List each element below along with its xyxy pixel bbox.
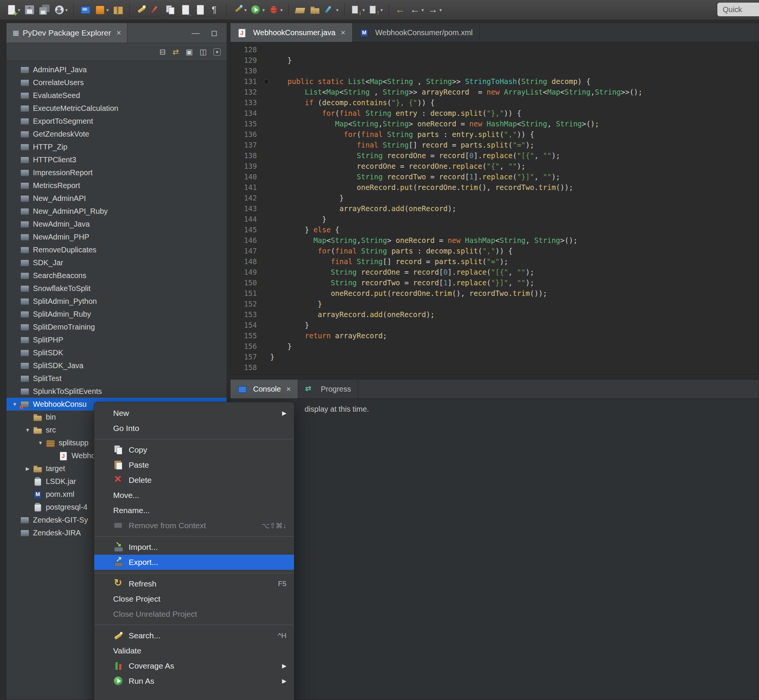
tree-item-sdk-jar[interactable]: SDK_Jar: [6, 256, 226, 269]
last-edit-location-icon[interactable]: [394, 3, 407, 16]
menu-item-close-project[interactable]: Close Project: [94, 591, 294, 606]
code-area[interactable]: 128129 }130131 public static List<Map<St…: [230, 42, 759, 374]
menu-item-close-unrelated-project[interactable]: Close Unrelated Project: [94, 606, 294, 622]
explorer-view-tab[interactable]: ▦ PyDev Package Explorer ×: [6, 23, 128, 43]
tree-item-splittest[interactable]: SplitTest: [6, 372, 226, 385]
tree-item-removeduplicates[interactable]: RemoveDuplicates: [6, 243, 226, 256]
line-number: 142: [230, 192, 262, 203]
show-whitespace-icon[interactable]: [208, 3, 222, 16]
back-icon[interactable]: ▾: [408, 3, 425, 16]
tree-item-executemetriccalculation[interactable]: ExecuteMetricCalculation: [6, 102, 226, 115]
tree-item-impressionreport[interactable]: ImpressionReport: [6, 166, 226, 179]
package-wizard-icon[interactable]: [111, 3, 125, 16]
menu-item-refresh[interactable]: RefreshF5: [94, 576, 294, 591]
tree-item-splitadmin-python[interactable]: SplitAdmin_Python: [6, 295, 226, 308]
tree-item-exporttosegment[interactable]: ExportToSegment: [6, 115, 226, 128]
next-annotation-icon[interactable]: ▾: [349, 3, 366, 16]
mark-occurrences-icon[interactable]: [149, 3, 163, 16]
tree-item-httpclient3[interactable]: HTTPClient3: [6, 153, 226, 166]
menu-item-new[interactable]: New▶: [94, 406, 294, 421]
main-toolbar: ▾▾▾▾▾▾▾▾▾▾▾: [0, 0, 759, 20]
account-icon[interactable]: ▾: [52, 3, 69, 16]
collapse-all-icon[interactable]: ⊟: [159, 47, 166, 56]
close-tab-icon[interactable]: ×: [286, 384, 290, 394]
debug-icon[interactable]: ▾: [267, 3, 284, 16]
code-text: arrayRecord.add(oneRecord);: [262, 309, 435, 320]
open-console-icon[interactable]: [78, 3, 92, 16]
prev-annotation-icon[interactable]: ▾: [367, 3, 384, 16]
editor-tab-webhookconsumer-pom-xml[interactable]: WebhookConsumer/pom.xml: [353, 23, 480, 42]
tree-item-splitadmin-ruby[interactable]: SplitAdmin_Ruby: [6, 308, 226, 320]
menu-item-move[interactable]: Move...: [94, 488, 294, 503]
code-text: String recordOne = record[0].replace("[{…: [262, 267, 534, 277]
menu-item-remove-from-context[interactable]: Remove from Context⌥⇧⌘↓: [94, 518, 294, 533]
close-tab-icon[interactable]: ×: [341, 28, 345, 37]
link-with-editor-icon[interactable]: ⇄: [173, 47, 179, 56]
new-wizard-icon[interactable]: ▾: [5, 3, 22, 16]
project-icon: [20, 181, 29, 190]
search-torch-icon[interactable]: [134, 3, 148, 16]
expand-arrow-icon[interactable]: ▼: [35, 440, 46, 446]
tree-item-evaluateseed[interactable]: EvaluateSeed: [6, 89, 226, 102]
tree-item-getzendeskvote[interactable]: GetZendeskVote: [6, 128, 226, 141]
menu-item-copy[interactable]: Copy: [94, 442, 294, 458]
console-tab-console[interactable]: Console×: [230, 380, 298, 398]
expand-arrow-icon[interactable]: ▶: [22, 466, 33, 472]
console-tab-progress[interactable]: Progress: [298, 380, 358, 398]
quick-access-field[interactable]: Quick: [717, 3, 759, 16]
tree-item-label: SplitSDK: [33, 348, 63, 357]
menu-item-search[interactable]: Search...^H: [94, 628, 294, 643]
tree-item-searchbeacons[interactable]: SearchBeacons: [6, 269, 226, 282]
tree-item-splitsdk[interactable]: SplitSDK: [6, 346, 226, 359]
menu-item-delete[interactable]: Delete: [94, 473, 294, 488]
view-menu-icon[interactable]: ▾: [213, 48, 220, 56]
project-icon: [20, 284, 29, 293]
tree-item-new-adminapi[interactable]: New_AdminAPI: [6, 192, 226, 205]
menu-item-paste[interactable]: Paste: [94, 458, 294, 473]
menu-item-export[interactable]: Export...: [94, 555, 294, 570]
menu-item-import[interactable]: Import...: [94, 539, 294, 555]
tree-item-correlateusers[interactable]: CorrelateUsers: [6, 76, 226, 89]
package-presentation-icon[interactable]: ▣: [186, 47, 193, 56]
open-folder-icon[interactable]: [308, 3, 322, 16]
editor-tab-webhookconsumer-java[interactable]: WebhookConsumer.java×: [230, 23, 353, 42]
line-number: 129: [230, 55, 262, 66]
tree-item-splitdemotraining[interactable]: SplitDemoTraining: [6, 320, 226, 333]
tree-item-splunktosplitevents[interactable]: SplunkToSplitEvents: [6, 385, 226, 398]
highlighter-icon[interactable]: ▾: [323, 3, 340, 16]
save-icon[interactable]: [23, 3, 36, 16]
expand-arrow-icon[interactable]: ▼: [22, 427, 33, 433]
maven-build-icon[interactable]: ▾: [93, 3, 110, 16]
tree-item-http-zip[interactable]: HTTP_Zip: [6, 141, 226, 153]
tree-item-new-adminapi-ruby[interactable]: New_AdminAPI_Ruby: [6, 205, 226, 217]
tree-item-metricsreport[interactable]: MetricsReport: [6, 179, 226, 192]
copy-docs-icon[interactable]: [164, 3, 178, 16]
tree-item-snowflaketosplit[interactable]: SnowflakeToSplit: [6, 282, 226, 295]
menu-item-coverage-as[interactable]: Coverage As▶: [94, 658, 294, 673]
tree-item-splitphp[interactable]: SplitPHP: [6, 333, 226, 346]
new-doc-icon[interactable]: [193, 3, 207, 16]
open-folder-icon: [309, 4, 320, 16]
tree-item-label: AdminAPI_Java: [33, 66, 87, 74]
run-icon[interactable]: ▾: [249, 3, 266, 16]
tree-item-newadmin-php[interactable]: NewAdmin_PHP: [6, 230, 226, 243]
external-tools-icon[interactable]: ▾: [231, 3, 248, 16]
menu-item-go-into[interactable]: Go Into: [94, 421, 294, 436]
menu-item-run-as[interactable]: Run As▶: [94, 673, 294, 689]
code-text: recordOne = recordOne.replace("{", "");: [262, 161, 526, 172]
close-explorer-icon[interactable]: ×: [116, 28, 121, 38]
minimize-button[interactable]: —: [192, 28, 200, 38]
expand-arrow-icon[interactable]: ▼: [9, 402, 20, 407]
maximize-button[interactable]: ◻: [211, 28, 217, 38]
tree-item-splitsdk-java[interactable]: SplitSDK_Java: [6, 359, 226, 372]
menu-item-rename[interactable]: Rename...: [94, 503, 294, 518]
save-all-icon[interactable]: [37, 3, 51, 16]
tree-item-adminapi-java[interactable]: AdminAPI_Java: [6, 63, 226, 76]
open-resource-icon[interactable]: [293, 3, 307, 16]
code-line: 137 final String[] record = parts.split(…: [230, 140, 759, 150]
menu-item-validate[interactable]: Validate: [94, 643, 294, 658]
tree-item-newadmin-java[interactable]: NewAdmin_Java: [6, 217, 226, 230]
filters-icon[interactable]: ◫: [200, 47, 207, 56]
forward-icon[interactable]: ▾: [426, 3, 443, 16]
convert-doc-icon[interactable]: [179, 3, 192, 16]
